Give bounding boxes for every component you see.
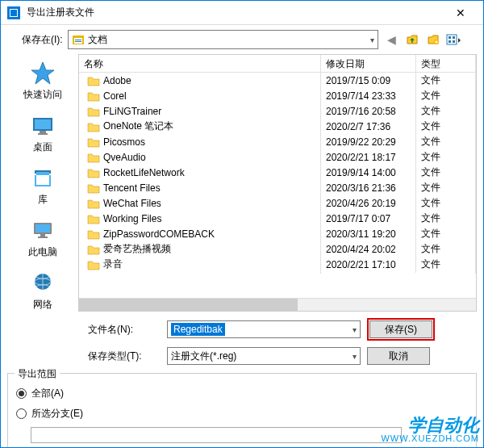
file-name: Picosmos: [103, 136, 145, 148]
file-list[interactable]: 名称 修改日期 类型 Adobe2019/7/15 0:09文件Corel201…: [78, 54, 477, 312]
col-name[interactable]: 名称: [79, 55, 321, 72]
folder-icon: [87, 182, 100, 194]
svg-rect-9: [453, 40, 455, 43]
file-list-header[interactable]: 名称 修改日期 类型: [79, 55, 476, 73]
folder-icon: [87, 106, 100, 117]
place-label: 桌面: [33, 140, 52, 154]
branch-path-input[interactable]: [31, 427, 402, 443]
svg-rect-21: [40, 234, 45, 237]
filename-value: Regeditbak: [171, 323, 225, 336]
place-desktop[interactable]: 桌面: [30, 113, 56, 154]
documents-icon: [72, 34, 85, 45]
col-date[interactable]: 修改日期: [321, 55, 416, 72]
file-date: 2019/9/22 20:29: [321, 134, 416, 150]
chevron-down-icon: ▾: [353, 352, 357, 361]
folder-icon: [87, 167, 100, 178]
places-bar: 快速访问 桌面 库 此电脑 网络: [7, 54, 78, 312]
file-date: 2019/7/15 0:09: [321, 73, 416, 89]
file-date: 2020/3/16 21:36: [321, 180, 416, 196]
svg-rect-20: [35, 224, 50, 232]
chevron-down-icon: ▾: [353, 325, 357, 334]
filename-input[interactable]: Regeditbak ▾: [167, 320, 361, 338]
cancel-button[interactable]: 取消: [367, 347, 430, 365]
file-name: ZipPasswordCOMEBACK: [103, 228, 215, 240]
file-name: 爱奇艺热播视频: [103, 242, 171, 256]
filename-label: 文件名(N):: [88, 323, 161, 337]
filetype-label: 保存类型(T):: [88, 350, 161, 363]
radio-branch-label: 所选分支(E): [31, 407, 83, 421]
lookin-value: 文档: [88, 33, 370, 47]
file-date: 2020/2/21 18:17: [321, 149, 416, 165]
file-date: 2020/2/7 17:36: [321, 119, 416, 135]
svg-rect-6: [449, 36, 451, 39]
svg-rect-22: [38, 237, 48, 238]
place-libraries[interactable]: 库: [30, 165, 56, 207]
file-date: 2019/7/16 20:58: [321, 103, 416, 119]
file-name: Working Files: [103, 213, 161, 224]
back-icon[interactable]: ◀: [383, 31, 399, 48]
svg-rect-2: [75, 40, 81, 40]
file-name: 录音: [103, 257, 123, 271]
svg-rect-3: [75, 41, 81, 42]
window-title: 导出注册表文件: [27, 6, 444, 19]
app-icon: [7, 6, 20, 19]
chevron-down-icon: ▾: [370, 36, 374, 44]
col-type[interactable]: 类型: [416, 55, 476, 72]
folder-icon: [87, 121, 100, 132]
folder-icon: [87, 213, 100, 224]
lookin-label: 保存在(I):: [22, 33, 63, 47]
file-name: RocketLifeNetwork: [103, 167, 185, 178]
svg-rect-8: [449, 40, 451, 43]
svg-rect-7: [453, 36, 455, 39]
radio-all-label: 全部(A): [31, 387, 64, 400]
new-folder-icon[interactable]: [425, 31, 441, 48]
file-name: Corel: [103, 90, 127, 102]
file-date: 2019/7/14 23:33: [321, 88, 416, 104]
svg-marker-10: [31, 62, 54, 84]
file-date: 2020/3/11 19:20: [321, 226, 416, 242]
file-date: 2020/2/21 17:10: [321, 257, 416, 273]
lookin-combo[interactable]: 文档 ▾: [68, 30, 378, 49]
view-menu-icon[interactable]: [446, 31, 462, 48]
svg-rect-14: [38, 133, 48, 135]
file-name: OneNote 笔记本: [103, 119, 173, 133]
file-name: Tencent Files: [103, 182, 161, 194]
filetype-value: 注册文件(*.reg): [171, 350, 236, 363]
titlebar: 导出注册表文件 ✕: [1, 1, 483, 25]
file-name: Adobe: [103, 75, 131, 86]
svg-rect-18: [36, 172, 49, 175]
place-network[interactable]: 网络: [30, 270, 56, 312]
file-name: FLiNGTrainer: [103, 106, 161, 117]
svg-rect-12: [35, 119, 51, 129]
svg-rect-13: [40, 131, 46, 133]
radio-icon: [16, 388, 27, 399]
up-icon[interactable]: [404, 31, 420, 48]
filetype-combo[interactable]: 注册文件(*.reg) ▾: [167, 347, 361, 365]
place-label: 快速访问: [23, 88, 62, 102]
folder-icon: [87, 90, 100, 102]
file-date: 2020/4/24 20:02: [321, 241, 416, 257]
folder-icon: [87, 244, 100, 255]
folder-icon: [87, 152, 100, 163]
place-this-pc[interactable]: 此电脑: [28, 218, 57, 259]
file-date: 2019/9/14 14:00: [321, 165, 416, 181]
file-date: 2019/7/17 0:07: [321, 211, 416, 227]
close-button[interactable]: ✕: [444, 1, 477, 25]
table-row[interactable]: 录音2020/2/21 17:10文件: [79, 257, 476, 272]
file-name: QveAudio: [103, 152, 146, 163]
radio-icon: [16, 408, 27, 419]
horizontal-scrollbar[interactable]: [79, 298, 476, 311]
folder-icon: [87, 228, 100, 240]
radio-branch[interactable]: 所选分支(E): [16, 407, 468, 421]
radio-all[interactable]: 全部(A): [16, 387, 468, 400]
place-quick-access[interactable]: 快速访问: [23, 61, 62, 102]
file-date: 2020/4/26 20:19: [321, 195, 416, 211]
svg-rect-1: [74, 38, 82, 44]
svg-rect-5: [447, 35, 457, 44]
save-button[interactable]: 保存(S): [369, 320, 432, 338]
place-label: 网络: [33, 298, 52, 312]
export-range-title: 导出范围: [15, 367, 60, 381]
file-name: WeChat Files: [103, 198, 161, 209]
folder-icon: [87, 136, 100, 148]
export-range-group: 导出范围 全部(A) 所选分支(E): [7, 373, 477, 448]
